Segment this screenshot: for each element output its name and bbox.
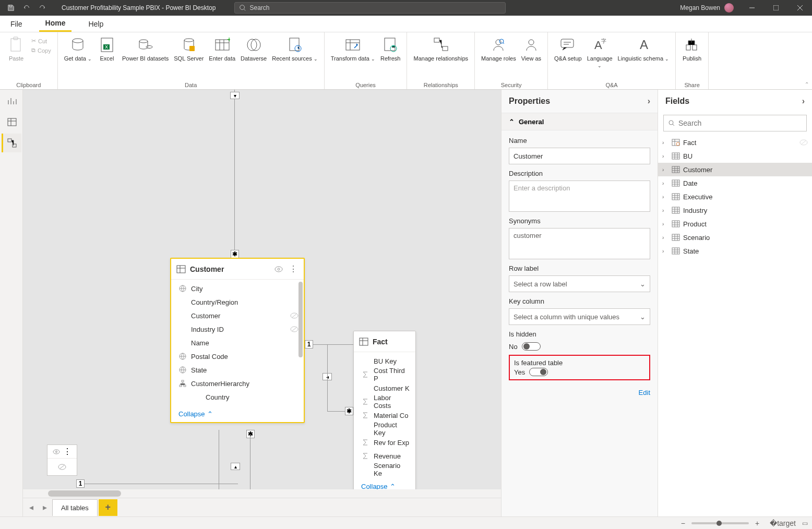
field-row[interactable]: Cost Third P bbox=[354, 368, 415, 381]
report-view-button[interactable] bbox=[2, 92, 21, 111]
rowlabel-select[interactable]: Select a row label⌄ bbox=[509, 275, 650, 292]
enter-data-button[interactable]: +Enter data bbox=[207, 34, 237, 63]
collapse-ribbon-icon[interactable]: ⌃ bbox=[805, 81, 809, 87]
data-view-button[interactable] bbox=[2, 113, 21, 131]
tab-file[interactable]: File bbox=[4, 16, 29, 32]
fields-search-input[interactable] bbox=[678, 119, 802, 127]
redo-icon[interactable] bbox=[35, 2, 49, 14]
table-fact[interactable]: Fact BU KeyCost Third PCustomer KLabor C… bbox=[353, 331, 416, 489]
fields-table-row[interactable]: ›State bbox=[658, 244, 812, 258]
visibility-icon[interactable] bbox=[53, 449, 60, 454]
close-button[interactable] bbox=[788, 0, 812, 16]
field-row[interactable]: Customer bbox=[171, 309, 304, 322]
model-view-button[interactable] bbox=[2, 134, 21, 152]
table-partial[interactable]: ⋮ bbox=[47, 444, 77, 476]
dataverse-button[interactable]: Dataverse bbox=[238, 34, 269, 63]
next-tab-button[interactable]: ▸ bbox=[39, 501, 51, 514]
collapse-pane-icon[interactable]: › bbox=[648, 97, 650, 106]
fields-search[interactable] bbox=[663, 115, 807, 131]
keycolumn-select[interactable]: Select a column with unique values⌄ bbox=[509, 308, 650, 325]
featured-toggle[interactable] bbox=[529, 368, 548, 376]
description-input[interactable] bbox=[509, 181, 650, 212]
manage-roles-button[interactable]: Manage roles bbox=[479, 34, 518, 63]
collapse-button[interactable]: Collapse ⌃ bbox=[354, 478, 415, 489]
section-general[interactable]: ⌃ General bbox=[501, 113, 658, 130]
zoom-out-button[interactable]: − bbox=[681, 519, 685, 527]
synonyms-input[interactable] bbox=[509, 228, 650, 259]
ishidden-toggle[interactable] bbox=[522, 342, 541, 351]
fields-table-row[interactable]: ›Fact bbox=[658, 136, 812, 149]
edit-link[interactable]: Edit bbox=[501, 387, 658, 402]
get-data-button[interactable]: Get data ⌄ bbox=[62, 34, 94, 63]
field-row[interactable]: BU Key bbox=[354, 354, 415, 368]
fields-table-row[interactable]: ›Date bbox=[658, 176, 812, 190]
add-tab-button[interactable]: + bbox=[99, 499, 117, 516]
publish-button[interactable]: Publish bbox=[680, 34, 704, 63]
user-menu[interactable]: Megan Bowen bbox=[674, 3, 740, 13]
paste-button[interactable]: Paste bbox=[4, 34, 28, 63]
fields-table-row[interactable]: ›Customer bbox=[658, 163, 812, 176]
collapse-button[interactable]: Collapse ⌃ bbox=[171, 406, 304, 422]
manage-relationships-button[interactable]: Manage relationships bbox=[411, 34, 470, 63]
zoom-in-button[interactable]: + bbox=[755, 519, 759, 527]
collapse-pane-icon[interactable]: › bbox=[802, 97, 805, 106]
field-row[interactable]: Postal Code bbox=[171, 350, 304, 363]
save-icon[interactable] bbox=[4, 2, 18, 14]
field-row[interactable]: CustomerHierarchy bbox=[171, 377, 304, 390]
field-row[interactable]: Name bbox=[171, 336, 304, 350]
field-row[interactable]: Scenario Ke bbox=[354, 463, 415, 476]
recent-sources-button[interactable]: Recent sources ⌄ bbox=[270, 34, 320, 63]
cut-button[interactable]: ✂Cut bbox=[29, 37, 53, 45]
field-row[interactable]: Rev for Exp bbox=[354, 436, 415, 449]
field-row[interactable]: City bbox=[171, 282, 304, 295]
more-icon[interactable]: ⋮ bbox=[288, 263, 298, 275]
tab-all-tables[interactable]: All tables bbox=[52, 499, 98, 516]
fullscreen-button[interactable]: ▭ bbox=[802, 520, 808, 527]
field-row[interactable]: Country bbox=[171, 390, 304, 404]
pbi-datasets-button[interactable]: Power BI datasets bbox=[120, 34, 171, 63]
field-row[interactable]: Country/Region bbox=[171, 295, 304, 309]
fields-table-row[interactable]: ›BU bbox=[658, 149, 812, 163]
field-row[interactable]: Industry ID bbox=[171, 322, 304, 336]
field-row[interactable]: Material Co bbox=[354, 408, 415, 422]
tab-help[interactable]: Help bbox=[82, 16, 110, 32]
transform-data-button[interactable]: Transform data ⌄ bbox=[329, 34, 377, 63]
synonyms-label: Synonyms bbox=[509, 217, 650, 225]
sql-button[interactable]: SQL Server bbox=[172, 34, 206, 63]
excel-button[interactable]: XExcel bbox=[95, 34, 119, 63]
zoom-slider[interactable] bbox=[691, 522, 749, 524]
name-input[interactable] bbox=[509, 148, 650, 164]
table-name: Product bbox=[683, 220, 808, 228]
table-customer[interactable]: Customer ⋮ CityCountry/RegionCustomerInd… bbox=[170, 258, 305, 423]
fields-table-row[interactable]: ›Product bbox=[658, 217, 812, 231]
model-canvas[interactable]: ▾ ✱ ✱ ▴ 1 ◂ ✱ 1 Customer ⋮ bbox=[23, 90, 501, 489]
copy-button[interactable]: ⧉Copy bbox=[29, 46, 53, 55]
view-as-button[interactable]: View as bbox=[519, 34, 543, 63]
linguistic-schema-button[interactable]: ALinguistic schema ⌄ bbox=[616, 34, 672, 63]
undo-icon[interactable] bbox=[20, 2, 33, 14]
qa-setup-button[interactable]: Q&A setup bbox=[552, 34, 584, 63]
fields-table-row[interactable]: ›Industry bbox=[658, 203, 812, 217]
field-row[interactable]: Labor Costs bbox=[354, 395, 415, 408]
fields-table-row[interactable]: ›Executive bbox=[658, 190, 812, 203]
fit-button[interactable]: �target bbox=[770, 519, 796, 527]
language-button[interactable]: A字Language⌄ bbox=[585, 34, 615, 69]
more-icon[interactable]: ⋮ bbox=[63, 447, 71, 456]
visibility-icon[interactable] bbox=[273, 265, 284, 273]
chevron-right-icon: › bbox=[662, 140, 668, 146]
prev-tab-button[interactable]: ◂ bbox=[25, 501, 38, 514]
scrollbar[interactable] bbox=[298, 282, 303, 357]
fields-table-row[interactable]: ›Scenario bbox=[658, 231, 812, 244]
horizontal-scrollbar[interactable] bbox=[23, 489, 501, 498]
minimize-button[interactable] bbox=[740, 0, 764, 16]
svg-point-47 bbox=[53, 450, 59, 454]
refresh-button[interactable]: Refresh bbox=[378, 34, 403, 63]
field-row[interactable]: Revenue bbox=[354, 449, 415, 463]
tab-home[interactable]: Home bbox=[39, 16, 72, 32]
global-search[interactable]: Search bbox=[234, 2, 506, 14]
field-row[interactable]: Customer K bbox=[354, 381, 415, 395]
field-row[interactable]: State bbox=[171, 363, 304, 377]
field-name: Country/Region bbox=[191, 298, 298, 306]
field-row[interactable]: Product Key bbox=[354, 422, 415, 436]
maximize-button[interactable] bbox=[764, 0, 788, 16]
